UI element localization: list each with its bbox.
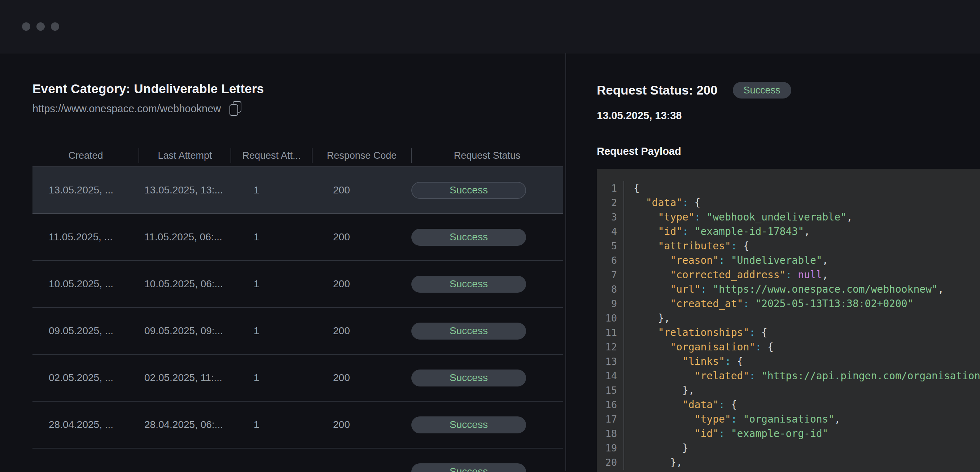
code-line: 4 "id": "example-id-17843", <box>597 224 980 239</box>
row-status-cell: Success <box>411 229 563 246</box>
code-line: 1{ <box>597 181 980 195</box>
code-text: "created_at": "2025-05-13T13:38:02+0200" <box>624 297 980 311</box>
row-last-attempt-cell: 09.05.2025, 09:... <box>139 325 231 337</box>
row-created-cell: 28.04.2025, ... <box>32 419 139 431</box>
row-response-code-cell: 200 <box>312 278 411 290</box>
row-request-attempts-cell: 1 <box>231 325 312 337</box>
row-last-attempt-cell: 10.05.2025, 06:... <box>139 278 231 290</box>
line-number: 1 <box>597 181 624 195</box>
request-status-header: Request Status: 200 Success <box>597 81 980 99</box>
code-line: 9 "created_at": "2025-05-13T13:38:02+020… <box>597 297 980 311</box>
code-line: 3 "type": "webhook_undeliverable", <box>597 210 980 224</box>
row-last-attempt-cell: 13.05.2025, 13:... <box>139 184 231 196</box>
column-header-request-status: Request Status <box>411 145 563 166</box>
copy-icon-front <box>229 104 238 116</box>
line-number: 14 <box>597 369 624 383</box>
column-header-response-code: Response Code <box>312 145 411 166</box>
code-line: 13 "links": { <box>597 354 980 369</box>
status-badge: Success <box>411 276 526 292</box>
row-created-cell: 13.05.2025, ... <box>32 184 139 196</box>
row-created-cell: 09.05.2025, ... <box>32 325 139 337</box>
line-number: 12 <box>597 340 624 354</box>
code-text: }, <box>624 455 980 470</box>
line-number: 19 <box>597 441 624 455</box>
status-badge: Success <box>411 370 526 386</box>
code-line: 6 "reason": "Undeliverable", <box>597 253 980 268</box>
code-line: 17 "type": "organisations", <box>597 412 980 426</box>
code-line: 20 }, <box>597 455 980 470</box>
line-number: 17 <box>597 412 624 426</box>
line-number: 2 <box>597 195 624 210</box>
code-line: 8 "url": "https://www.onespace.com/webho… <box>597 282 980 297</box>
table-row[interactable]: 11.05.2025, ...11.05.2025, 06:...1200Suc… <box>32 214 563 261</box>
row-status-cell: Success <box>411 276 563 292</box>
code-line: 19 } <box>597 441 980 455</box>
row-created-cell: 10.05.2025, ... <box>32 278 139 290</box>
code-text: "id": "example-org-id" <box>624 426 980 441</box>
window-control-dot[interactable] <box>22 22 30 31</box>
row-status-cell: Success <box>411 463 563 472</box>
code-line: 15 }, <box>597 383 980 398</box>
line-number: 6 <box>597 253 624 268</box>
line-number: 11 <box>597 326 624 340</box>
table-row[interactable]: 09.05.2025, ...09.05.2025, 09:...1200Suc… <box>32 308 563 355</box>
code-line: 7 "corrected_address": null, <box>597 268 980 282</box>
webhook-attempts-table: Created Last Attempt Request Att... Resp… <box>32 145 563 472</box>
line-number: 5 <box>597 239 624 253</box>
row-created-cell: 02.05.2025, ... <box>32 372 139 384</box>
row-response-code-cell: 200 <box>312 231 411 243</box>
code-text: "data": { <box>624 195 980 210</box>
code-lines: 1{2 "data": {3 "type": "webhook_undelive… <box>597 181 980 470</box>
main-content: Event Category: Undeliverable Letters ht… <box>0 53 980 471</box>
webhook-url: https://www.onespace.com/webhooknew <box>32 102 221 116</box>
table-row[interactable]: 13.05.2025, ...13.05.2025, 13:...1200Suc… <box>32 167 563 214</box>
code-text: "type": "webhook_undeliverable", <box>624 210 980 224</box>
window-control-dot[interactable] <box>51 22 59 31</box>
row-status-cell: Success <box>411 416 563 433</box>
table-row[interactable]: 28.04.2025, ...28.04.2025, 06:...1200Suc… <box>32 402 563 448</box>
request-status-title: Request Status: 200 <box>597 81 718 99</box>
row-created-cell: 11.05.2025, ... <box>32 231 139 243</box>
status-badge: Success <box>733 82 791 99</box>
code-text: "type": "organisations", <box>624 412 980 426</box>
request-meta-row: 13.05.2025, 13:38 Resend Request <box>597 108 980 123</box>
window-titlebar <box>0 0 980 53</box>
table-body: 13.05.2025, ...13.05.2025, 13:...1200Suc… <box>32 167 563 472</box>
line-number: 13 <box>597 354 624 369</box>
copy-icon[interactable] <box>229 101 242 116</box>
code-text: "links": { <box>624 354 980 369</box>
window-control-dot[interactable] <box>37 22 45 31</box>
column-header-request-attempts: Request Att... <box>231 145 312 166</box>
row-response-code-cell: 200 <box>312 184 411 196</box>
code-text: "relationships": { <box>624 326 980 340</box>
status-badge: Success <box>411 463 526 472</box>
code-text: "related": "https://api.pingen.com/organ… <box>624 369 980 383</box>
row-request-attempts-cell: 1 <box>231 231 312 243</box>
row-response-code-cell: 200 <box>312 372 411 384</box>
webhook-url-row: https://www.onespace.com/webhooknew <box>32 101 565 116</box>
request-detail-panel: Request Status: 200 Success 13.05.2025, … <box>566 53 980 471</box>
line-number: 4 <box>597 224 624 239</box>
code-line: 11 "relationships": { <box>597 326 980 340</box>
column-header-created: Created <box>32 145 139 166</box>
code-line: 14 "related": "https://api.pingen.com/or… <box>597 369 980 383</box>
request-payload-label: Request Payload <box>597 145 980 158</box>
status-badge: Success <box>411 182 526 199</box>
code-text: }, <box>624 311 980 326</box>
row-request-attempts-cell: 1 <box>231 184 312 196</box>
request-timestamp: 13.05.2025, 13:38 <box>597 108 682 123</box>
line-number: 20 <box>597 455 624 470</box>
code-line: 16 "data": { <box>597 398 980 412</box>
row-request-attempts-cell: 1 <box>231 419 312 431</box>
table-row[interactable]: 10.05.2025, ...10.05.2025, 06:...1200Suc… <box>32 261 563 308</box>
code-text: "reason": "Undeliverable", <box>624 253 980 268</box>
code-text: { <box>624 181 980 195</box>
status-badge: Success <box>411 323 526 340</box>
code-text: "url": "https://www.onespace.com/webhook… <box>624 282 980 297</box>
code-text: } <box>624 441 980 455</box>
request-payload-code-block[interactable]: 1{2 "data": {3 "type": "webhook_undelive… <box>597 169 980 472</box>
table-row[interactable]: 02.05.2025, ...02.05.2025, 11:...1200Suc… <box>32 355 563 402</box>
row-status-cell: Success <box>411 182 563 199</box>
page-title: Event Category: Undeliverable Letters <box>32 81 565 97</box>
table-row[interactable]: Success <box>32 448 563 472</box>
